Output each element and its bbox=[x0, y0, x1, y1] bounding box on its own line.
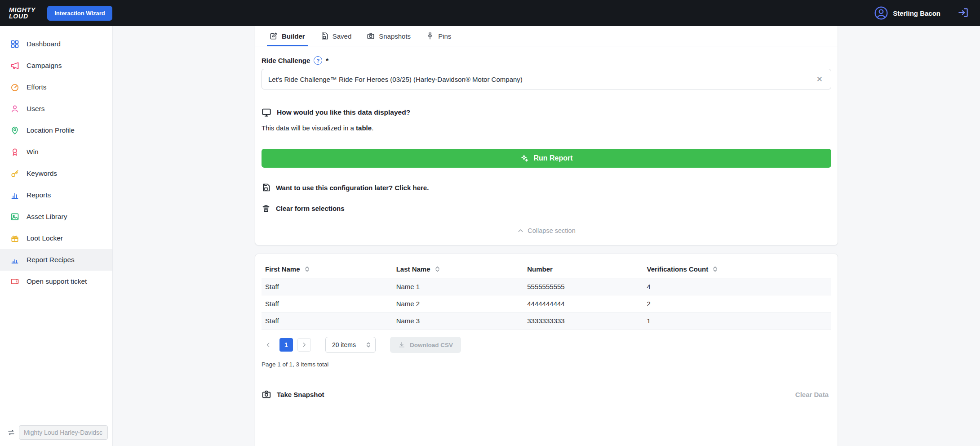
cell-verifications-count: 2 bbox=[643, 295, 831, 312]
viz-prefix: This data will be visualized in a bbox=[262, 124, 356, 132]
sidebar-item-users[interactable]: Users bbox=[0, 98, 112, 120]
sidebar-item-dashboard[interactable]: Dashboard bbox=[0, 33, 112, 55]
table-row: Staff Name 1 5555555555 4 bbox=[262, 278, 831, 295]
cell-number: 4444444444 bbox=[523, 295, 643, 312]
column-label: First Name bbox=[265, 265, 300, 273]
column-header-first-name[interactable]: First Name bbox=[262, 260, 393, 278]
column-header-last-name[interactable]: Last Name bbox=[393, 260, 524, 278]
sidebar-item-keywords[interactable]: Keywords bbox=[0, 163, 112, 184]
report-results-card: First Name Last Name bbox=[255, 254, 838, 446]
tab-label: Pins bbox=[438, 32, 451, 40]
sidebar-item-location-profile[interactable]: Location Profile bbox=[0, 120, 112, 141]
report-recipes-icon bbox=[10, 255, 20, 265]
sidebar: Dashboard Campaigns Efforts Users Locati bbox=[0, 26, 113, 446]
sidebar-item-label: Dashboard bbox=[27, 40, 61, 48]
ride-challenge-label: Ride Challenge bbox=[262, 57, 310, 64]
sidebar-item-label: Users bbox=[27, 105, 44, 113]
save-config-label: Want to use this configuration later? Cl… bbox=[276, 184, 429, 192]
sidebar-item-open-support-ticket[interactable]: Open support ticket bbox=[0, 271, 112, 292]
main-content: Builder Saved Snapshots bbox=[113, 26, 980, 446]
builder-body: Ride Challenge ? * Let's Ride Challenge™… bbox=[255, 46, 838, 245]
dashboard-icon bbox=[10, 39, 20, 49]
snapshot-row: Take Snapshot Clear Data bbox=[262, 389, 831, 399]
page-size-select[interactable]: 20 items bbox=[325, 337, 376, 353]
pin-icon bbox=[426, 32, 434, 40]
sidebar-item-efforts[interactable]: Efforts bbox=[0, 76, 112, 98]
download-csv-label: Download CSV bbox=[410, 342, 453, 348]
topbar: MIGHTY LOUD Interaction Wizard Sterling … bbox=[0, 0, 980, 26]
current-page-button[interactable]: 1 bbox=[279, 338, 293, 352]
next-page-button[interactable] bbox=[297, 338, 311, 352]
user-menu[interactable]: Sterling Bacon bbox=[874, 6, 940, 20]
megaphone-icon bbox=[10, 61, 20, 71]
tab-builder[interactable]: Builder bbox=[267, 26, 308, 46]
edit-square-icon bbox=[270, 32, 278, 40]
cell-last-name: Name 2 bbox=[393, 295, 524, 312]
tab-snapshots[interactable]: Snapshots bbox=[364, 26, 413, 46]
trash-icon bbox=[262, 204, 270, 213]
pagination: 1 20 items Download CSV bbox=[262, 337, 831, 353]
user-icon bbox=[10, 104, 20, 114]
tab-saved[interactable]: Saved bbox=[318, 26, 355, 46]
run-report-button[interactable]: Run Report bbox=[262, 149, 831, 168]
cell-verifications-count: 1 bbox=[643, 312, 831, 330]
clear-data-button[interactable]: Clear Data bbox=[793, 390, 831, 399]
gift-icon bbox=[10, 233, 20, 243]
collapse-label: Collapse section bbox=[528, 227, 575, 234]
column-header-number[interactable]: Number bbox=[523, 260, 643, 278]
logout-button[interactable] bbox=[956, 5, 971, 22]
page-size-value: 20 items bbox=[332, 341, 356, 348]
cell-first-name: Staff bbox=[262, 295, 393, 312]
image-icon bbox=[10, 212, 20, 222]
logo-line-1: MIGHTY bbox=[9, 7, 35, 13]
org-switcher-row: Mighty Loud Harley-Davidsc bbox=[0, 425, 112, 440]
sidebar-item-loot-locker[interactable]: Loot Locker bbox=[0, 227, 112, 249]
tab-pins[interactable]: Pins bbox=[423, 26, 454, 46]
interaction-wizard-button[interactable]: Interaction Wizard bbox=[47, 6, 112, 21]
sidebar-item-win[interactable]: Win bbox=[0, 141, 112, 163]
sidebar-item-label: Efforts bbox=[27, 83, 47, 91]
results-table: First Name Last Name bbox=[262, 260, 831, 330]
tab-label: Saved bbox=[333, 32, 352, 40]
award-icon bbox=[10, 147, 20, 157]
cell-first-name: Staff bbox=[262, 278, 393, 295]
take-snapshot-link[interactable]: Take Snapshot bbox=[262, 389, 324, 399]
clear-form-label: Clear form selections bbox=[276, 205, 345, 212]
column-header-verifications-count[interactable]: Verifications Count bbox=[643, 260, 831, 278]
sidebar-item-label: Location Profile bbox=[27, 126, 75, 134]
report-builder-card: Builder Saved Snapshots bbox=[255, 26, 838, 245]
sort-icon bbox=[435, 266, 440, 272]
clear-form-link[interactable]: Clear form selections bbox=[262, 204, 831, 213]
sparkles-icon bbox=[520, 154, 529, 163]
sort-icon bbox=[305, 266, 310, 272]
viz-suffix: . bbox=[372, 124, 373, 132]
sidebar-item-report-recipes[interactable]: Report Recipes bbox=[0, 249, 112, 271]
cell-verifications-count: 4 bbox=[643, 278, 831, 295]
sidebar-item-campaigns[interactable]: Campaigns bbox=[0, 55, 112, 76]
take-snapshot-label: Take Snapshot bbox=[277, 391, 324, 398]
table-row: Staff Name 2 4444444444 2 bbox=[262, 295, 831, 312]
viz-type: table bbox=[356, 124, 372, 132]
camera-icon bbox=[367, 32, 375, 40]
swap-icon[interactable] bbox=[7, 428, 15, 437]
sidebar-item-label: Loot Locker bbox=[27, 234, 63, 242]
save-configuration-link[interactable]: Want to use this configuration later? Cl… bbox=[262, 183, 831, 192]
sidebar-item-asset-library[interactable]: Asset Library bbox=[0, 206, 112, 227]
sidebar-item-label: Open support ticket bbox=[27, 277, 87, 285]
help-icon[interactable]: ? bbox=[314, 56, 322, 65]
org-switcher[interactable]: Mighty Loud Harley-Davidsc bbox=[19, 425, 108, 440]
collapse-section-toggle[interactable]: Collapse section bbox=[262, 227, 831, 234]
tab-label: Builder bbox=[282, 32, 305, 40]
download-csv-button[interactable]: Download CSV bbox=[390, 337, 461, 353]
ride-challenge-select[interactable]: Let's Ride Challenge™ Ride For Heroes (0… bbox=[262, 69, 831, 89]
mighty-loud-logo: MIGHTY LOUD bbox=[9, 7, 35, 20]
logo-line-2: LOUD bbox=[9, 13, 35, 19]
table-row: Staff Name 3 3333333333 1 bbox=[262, 312, 831, 330]
table-header-row: First Name Last Name bbox=[262, 260, 831, 278]
previous-page-button[interactable] bbox=[262, 338, 275, 352]
ticket-icon bbox=[10, 277, 20, 286]
avatar-icon bbox=[874, 6, 888, 20]
sidebar-item-reports[interactable]: Reports bbox=[0, 184, 112, 206]
clear-selection-icon[interactable]: ✕ bbox=[815, 74, 825, 85]
bar-chart-icon bbox=[10, 190, 20, 200]
